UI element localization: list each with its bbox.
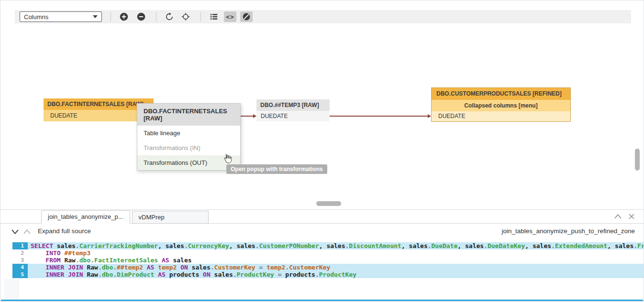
columns-dropdown[interactable]: Columns [20,11,102,22]
code-icon: <> [226,13,234,21]
toolbar-divider [156,12,156,22]
node-title[interactable]: DBO.CUSTOMERPRODUCTSALES [REFINED] [432,88,570,100]
chevron-down-icon [93,15,98,18]
panel-divider [0,209,644,210]
code-line: 5 INNER JOIN Raw.dbo.DimProduct AS produ… [0,271,644,278]
refresh-button[interactable] [163,11,176,22]
line-number: 5 [12,271,28,278]
source-script-title: join_tables_anonymize_push_to_refined_zo… [502,227,635,235]
code-text: INNER JOIN Raw.dbo.##temp2 AS temp2 ON s… [28,264,644,271]
node-customerproductsales[interactable]: DBO.CUSTOMERPRODUCTSALES [REFINED] Colla… [431,87,571,122]
panel-bottom-accent [1,300,643,301]
line-number: 2 [12,249,28,257]
code-line: 4 INNER JOIN Raw.dbo.##temp2 AS temp2 ON… [0,264,644,271]
line-number: 3 [12,257,28,264]
scroll-down-button[interactable] [11,228,19,237]
panel-controls [614,213,635,220]
source-subheader: Expand full source join_tables_anonymize… [0,224,644,239]
zoom-out-icon [137,12,145,21]
lineage-edge [330,116,428,117]
node-title[interactable]: DBO.##TEMP3 [RAW] [256,99,330,111]
code-text: SELECT sales.CarrierTrackingNumber, sale… [28,242,644,249]
tooltip: Open popup with transformations [226,164,327,174]
chevron-down-icon [11,229,19,235]
zoom-in-button[interactable] [118,11,130,22]
line-number: 4 [12,264,28,271]
context-menu-title: DBO.FACTINTERNETSALES [RAW] [137,104,240,126]
code-line: 2 INTO ##temp3 [0,249,644,257]
node-column-duedate[interactable]: DUEDATE [256,111,330,121]
gutter-strip [4,279,19,301]
close-icon [628,213,635,220]
vertical-scrollbar-thumb[interactable] [635,149,640,171]
tab-vdmprep[interactable]: vDMPrep [132,211,209,224]
collapse-panel-button[interactable] [614,213,622,220]
slash-circle-icon [242,12,251,21]
toolbar-divider [200,12,201,22]
node-temp3[interactable]: DBO.##TEMP3 [RAW] DUEDATE [256,99,330,121]
zoom-in-icon [120,12,128,21]
code-line: 1SELECT sales.CarrierTrackingNumber, sal… [0,242,644,249]
refresh-icon [165,12,174,21]
code-text: INNER JOIN Raw.dbo.DimProduct AS product… [28,271,644,278]
zoom-out-button[interactable] [135,11,147,22]
code-text: FROM Raw.dbo.FactInternetSales AS sales [28,257,644,264]
list-icon [210,12,218,21]
lineage-app-window: Columns <> DBO.FACTINTERNETS [0,0,644,302]
toolbar-divider [111,12,111,22]
code-line: 3 FROM Raw.dbo.FactInternetSales AS sale… [0,257,644,264]
context-menu-item[interactable]: Table lineage [137,126,240,140]
collapsed-columns-menu[interactable]: Collapsed columns [menu] [432,100,570,111]
chevron-up-icon [614,214,622,219]
arrowhead-icon [253,114,256,118]
scroll-up-button[interactable] [23,228,31,237]
bottom-tabs: join_tables_anonymize_p...vDMPrep [41,210,209,224]
line-number: 1 [12,242,28,249]
expand-full-source-link[interactable]: Expand full source [38,227,91,235]
hand-cursor-icon [222,153,233,166]
arrowhead-icon [428,114,431,118]
close-panel-button[interactable] [628,213,635,220]
tab-join-tables-anonymize-p-[interactable]: join_tables_anonymize_p... [41,210,130,224]
horizontal-scrollbar-thumb[interactable] [316,201,341,206]
code-view-button[interactable]: <> [224,11,236,22]
fit-view-button[interactable] [179,11,192,22]
node-column-duedate[interactable]: DUEDATE [432,111,570,121]
columns-dropdown-value: Columns [24,13,48,21]
code-text: INTO ##temp3 [28,249,644,257]
crosshair-icon [181,12,190,21]
canvas-toolbar: Columns <> [15,10,631,23]
code-lines: 1SELECT sales.CarrierTrackingNumber, sal… [0,242,644,278]
sql-code-viewer: 1SELECT sales.CarrierTrackingNumber, sal… [0,242,644,278]
list-view-button[interactable] [208,11,220,22]
contrast-toggle-button[interactable] [240,11,253,22]
chevron-up-icon [23,229,31,235]
